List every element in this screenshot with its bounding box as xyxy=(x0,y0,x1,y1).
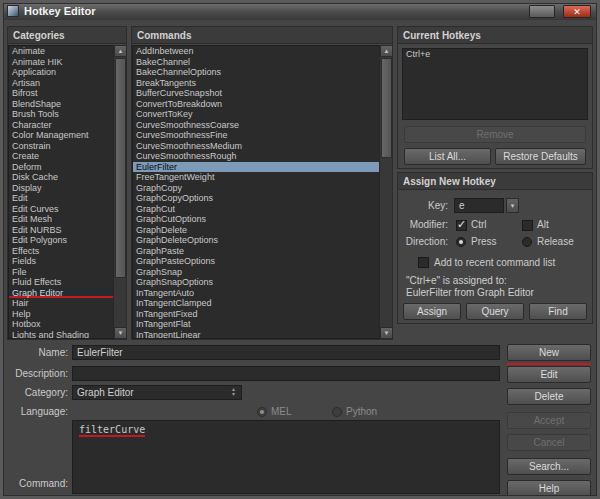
ctrl-checkbox[interactable]: ✓ xyxy=(456,220,467,231)
scroll-up-icon[interactable]: ▲ xyxy=(380,45,393,57)
release-radio[interactable] xyxy=(522,237,532,247)
categories-panel: Categories AnimateAnimate HIKApplication… xyxy=(7,26,127,340)
name-input[interactable] xyxy=(72,345,500,360)
command-item[interactable]: GraphCut xyxy=(133,204,379,215)
command-item[interactable]: InTangentAuto xyxy=(133,288,379,299)
remove-button[interactable]: Remove xyxy=(404,126,586,143)
category-item[interactable]: File xyxy=(9,267,113,278)
category-item[interactable]: Brush Tools xyxy=(9,109,113,120)
command-textarea[interactable]: filterCurve xyxy=(72,420,500,494)
new-button[interactable]: New xyxy=(507,344,591,361)
command-item[interactable]: GraphCopy xyxy=(133,183,379,194)
press-radio[interactable] xyxy=(456,237,466,247)
category-item[interactable]: Edit NURBS xyxy=(9,225,113,236)
category-item[interactable]: Display xyxy=(9,183,113,194)
category-item[interactable]: Edit xyxy=(9,193,113,204)
category-item[interactable]: Disk Cache xyxy=(9,172,113,183)
category-item[interactable]: Artisan xyxy=(9,78,113,89)
command-item[interactable]: AddInbetween xyxy=(133,46,379,57)
command-item[interactable]: CurveSmoothnessCoarse xyxy=(133,120,379,131)
assign-button[interactable]: Assign xyxy=(403,303,461,320)
add-recent-checkbox[interactable]: ✓ xyxy=(418,257,429,268)
scroll-down-icon[interactable]: ▼ xyxy=(380,327,393,339)
category-item[interactable]: Create xyxy=(9,151,113,162)
command-item[interactable]: GraphDelete xyxy=(133,225,379,236)
minimize-button[interactable] xyxy=(529,5,555,18)
category-item[interactable]: Bifrost xyxy=(9,88,113,99)
category-item[interactable]: Animate xyxy=(9,46,113,57)
alt-checkbox[interactable]: ✓ xyxy=(522,220,533,231)
category-item[interactable]: Hair xyxy=(9,298,113,309)
command-item[interactable]: FreeTangentWeight xyxy=(133,172,379,183)
category-item[interactable]: Lights and Shading xyxy=(9,330,113,340)
command-item[interactable]: GraphPaste xyxy=(133,246,379,257)
list-all-button[interactable]: List All... xyxy=(404,148,491,165)
category-item[interactable]: Fluid Effects xyxy=(9,277,113,288)
search-button[interactable]: Search... xyxy=(507,458,591,475)
key-dropdown-icon[interactable]: ▾ xyxy=(506,198,519,213)
categories-scrollbar[interactable]: ▲ ▼ xyxy=(113,45,126,339)
category-item[interactable]: Hotbox xyxy=(9,319,113,330)
cancel-button[interactable]: Cancel xyxy=(507,434,591,451)
command-item[interactable]: GraphCutOptions xyxy=(133,214,379,225)
command-item[interactable]: GraphSnap xyxy=(133,267,379,278)
command-item[interactable]: GraphPasteOptions xyxy=(133,256,379,267)
edit-button[interactable]: Edit xyxy=(507,366,591,383)
close-button[interactable]: ✕ xyxy=(563,5,591,18)
command-item[interactable]: InTangentFlat xyxy=(133,319,379,330)
command-item[interactable]: BakeChannelOptions xyxy=(133,67,379,78)
categories-list[interactable]: AnimateAnimate HIKApplicationArtisanBifr… xyxy=(8,45,114,339)
python-radio[interactable] xyxy=(332,407,342,417)
category-item[interactable]: Edit Curves xyxy=(9,204,113,215)
category-item[interactable]: Deform xyxy=(9,162,113,173)
hotkey-item[interactable]: Ctrl+e xyxy=(403,49,587,60)
command-item[interactable]: InTangentFixed xyxy=(133,309,379,320)
category-item[interactable]: Graph Editor xyxy=(9,288,113,299)
restore-defaults-button[interactable]: Restore Defaults xyxy=(495,148,586,165)
current-hotkeys-list[interactable]: Ctrl+e xyxy=(402,48,588,120)
key-input[interactable] xyxy=(454,198,504,213)
command-item[interactable]: GraphCopyOptions xyxy=(133,193,379,204)
category-item[interactable]: Fields xyxy=(9,256,113,267)
description-input[interactable] xyxy=(72,366,500,381)
scrollbar-thumb[interactable] xyxy=(381,58,392,158)
command-item[interactable]: BreakTangents xyxy=(133,78,379,89)
category-dropdown[interactable]: Graph Editor ▴▾ xyxy=(72,385,242,400)
command-item[interactable]: InTangentLinear xyxy=(133,330,379,340)
scrollbar-thumb[interactable] xyxy=(115,58,126,278)
command-item[interactable]: ConvertToBreakdown xyxy=(133,99,379,110)
category-item[interactable]: Color Management xyxy=(9,130,113,141)
command-item[interactable]: EulerFilter xyxy=(133,162,379,173)
command-item[interactable]: CurveSmoothnessMedium xyxy=(133,141,379,152)
command-item[interactable]: CurveSmoothnessFine xyxy=(133,130,379,141)
commands-list[interactable]: AddInbetweenBakeChannelBakeChannelOption… xyxy=(132,45,380,339)
mel-radio[interactable] xyxy=(257,407,267,417)
command-item[interactable]: BufferCurveSnapshot xyxy=(133,88,379,99)
category-item[interactable]: Help xyxy=(9,309,113,320)
command-item[interactable]: GraphDeleteOptions xyxy=(133,235,379,246)
scroll-up-icon[interactable]: ▲ xyxy=(114,45,127,57)
delete-button[interactable]: Delete xyxy=(507,388,591,405)
commands-scrollbar[interactable]: ▲ ▼ xyxy=(379,45,392,339)
title-bar[interactable]: Hotkey Editor ✕ xyxy=(3,3,597,20)
help-button[interactable]: Help xyxy=(507,480,591,497)
query-button[interactable]: Query xyxy=(466,303,524,320)
command-item[interactable]: BakeChannel xyxy=(133,57,379,68)
command-item[interactable]: ConvertToKey xyxy=(133,109,379,120)
command-item[interactable]: GraphSnapOptions xyxy=(133,277,379,288)
category-item[interactable]: Application xyxy=(9,67,113,78)
description-label: Description: xyxy=(6,368,68,379)
category-item[interactable]: Character xyxy=(9,120,113,131)
category-item[interactable]: Animate HIK xyxy=(9,57,113,68)
scroll-down-icon[interactable]: ▼ xyxy=(114,327,127,339)
category-item[interactable]: Constrain xyxy=(9,141,113,152)
category-item[interactable]: Edit Mesh xyxy=(9,214,113,225)
category-item[interactable]: Effects xyxy=(9,246,113,257)
accept-button[interactable]: Accept xyxy=(507,412,591,429)
find-button[interactable]: Find xyxy=(529,303,587,320)
command-item[interactable]: CurveSmoothnessRough xyxy=(133,151,379,162)
command-item[interactable]: InTangentClamped xyxy=(133,298,379,309)
current-hotkeys-header: Current Hotkeys xyxy=(398,27,592,44)
category-item[interactable]: Edit Polygons xyxy=(9,235,113,246)
category-item[interactable]: BlendShape xyxy=(9,99,113,110)
